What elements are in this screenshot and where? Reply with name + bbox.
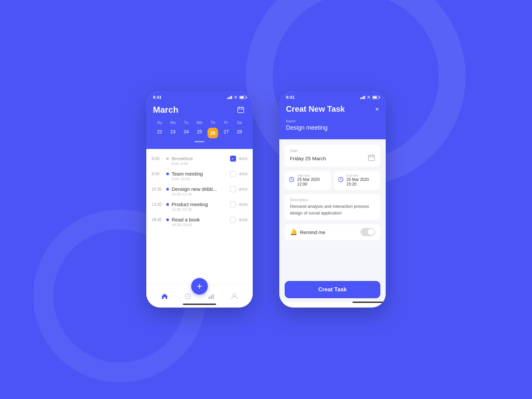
date-25[interactable]: 25: [193, 128, 206, 138]
description-label: Description: [290, 198, 375, 202]
start-time-card[interactable]: Start time 25 Mar 2020 12:00: [285, 171, 331, 190]
day-su: Su: [153, 120, 166, 125]
checkbox-book[interactable]: [230, 217, 236, 223]
task-actions-book: detal: [230, 217, 247, 223]
signal-icon-2: [360, 96, 365, 99]
date-section: Date Friday 25 March: [285, 145, 380, 167]
task-name-breakfast: Breakfast: [172, 156, 227, 161]
chart-nav-icon[interactable]: [206, 291, 216, 302]
phones-container: 9:41 ⌘ March: [146, 91, 386, 308]
bottom-nav: +: [146, 284, 253, 308]
remind-label: Remind me: [300, 229, 326, 235]
detal-product[interactable]: detal: [239, 202, 247, 207]
task-content-book: Read a book 18:30–20:00: [172, 217, 227, 227]
end-clock-icon: [338, 177, 344, 184]
day-mo: Mo: [166, 120, 180, 125]
task-time-team: 9:00: [152, 172, 164, 176]
task-content-design: Densign new dribb... 10:30–11:30: [172, 186, 227, 196]
close-button[interactable]: ×: [375, 105, 379, 113]
task-name-team: Team meeting: [172, 171, 227, 177]
task-name-design: Densign new dribb...: [172, 186, 227, 192]
date-picker-icon[interactable]: [368, 154, 375, 163]
end-time-card[interactable]: End time 25 Mar 2020 15:20: [334, 171, 380, 190]
battery-icon-2: [372, 96, 379, 99]
svg-line-20: [341, 180, 342, 180]
scroll-indicator: [153, 138, 246, 144]
date-24[interactable]: 24: [180, 128, 193, 138]
calendar-header: March Su Mo Tu We Th Fr Sa: [146, 102, 253, 149]
task-item-product: 13:30 Product meeting 13:30–15:30 detal: [146, 199, 253, 214]
create-task-title: Creat New Task: [286, 104, 345, 114]
task-item-breakfast: 8:00 Breakfast 8:00–8:30 detal: [146, 153, 253, 168]
calendar-icon-button[interactable]: [235, 104, 246, 115]
home-bar-2: [352, 302, 386, 303]
task-name-product: Product meeting: [172, 201, 227, 207]
task-actions-product: detal: [230, 201, 247, 207]
task-dot-book: [166, 218, 169, 221]
tasks-list: 8:00 Breakfast 8:00–8:30 detal 9:00 Team…: [146, 149, 253, 284]
task-sub-design: 10:30–11:30: [172, 192, 227, 196]
task-item-book: 18:30 Read a book 18:30–20:00 detal: [146, 214, 253, 229]
date-22[interactable]: 22: [153, 128, 166, 138]
home-nav-icon[interactable]: [159, 291, 170, 302]
wifi-icon-1: ⌘: [234, 95, 237, 99]
home-bar-1: [183, 304, 216, 305]
day-sa: Sa: [233, 120, 246, 125]
date-value[interactable]: Friday 25 March: [290, 156, 326, 161]
task-sub-breakfast: 8:00–8:30: [172, 162, 227, 166]
start-time-label: Start time: [297, 174, 327, 177]
status-time-1: 9:41: [153, 95, 162, 100]
phone-task: 9:41 ⌘ Creat New Task × Name Design meet…: [279, 91, 386, 308]
task-name-book: Read a book: [172, 217, 227, 222]
create-task-button[interactable]: Creat Task: [285, 281, 380, 298]
name-field-value[interactable]: Design meeting: [286, 124, 379, 131]
date-28[interactable]: 28: [233, 128, 246, 138]
detal-team[interactable]: detal: [239, 172, 247, 176]
day-th: Th: [206, 120, 219, 125]
task-form-header: Creat New Task × Name Design meeting: [279, 102, 386, 139]
checkbox-breakfast[interactable]: [230, 156, 236, 162]
date-23[interactable]: 23: [166, 128, 180, 138]
svg-rect-9: [212, 294, 214, 299]
task-form-body: Date Friday 25 March: [279, 139, 386, 278]
bell-icon: 🔔: [290, 228, 297, 236]
date-26-active[interactable]: 26: [207, 128, 218, 138]
task-time-product: 13:30: [152, 202, 164, 207]
detal-design[interactable]: detal: [239, 187, 247, 192]
checkbox-product[interactable]: [230, 201, 236, 207]
add-task-button[interactable]: +: [191, 278, 208, 295]
signal-icon-1: [227, 96, 232, 99]
task-content-product: Product meeting 13:30–15:30: [172, 201, 227, 211]
detal-breakfast[interactable]: detal: [239, 156, 247, 161]
status-bar-1: 9:41 ⌘: [146, 91, 253, 102]
toggle-knob: [368, 229, 374, 235]
end-time-label: End time: [346, 174, 376, 177]
status-time-2: 9:41: [286, 95, 295, 100]
task-dot-design: [166, 188, 169, 191]
task-content-team: Team meeting 9:00–10:00: [172, 171, 227, 181]
create-button-area: Creat Task: [279, 278, 386, 302]
description-value[interactable]: Demand analysis and interaction process …: [290, 203, 375, 216]
date-label: Date: [290, 149, 375, 153]
calendar-svg-icon: [237, 106, 244, 113]
task-actions-team: detal: [230, 171, 247, 177]
date-27[interactable]: 27: [219, 128, 233, 138]
task-dot-team: [166, 173, 169, 175]
task-sub-team: 9:00–10:00: [172, 177, 227, 181]
checkbox-team[interactable]: [230, 171, 236, 177]
phone-calendar: 9:41 ⌘ March: [146, 91, 253, 308]
task-time-book: 18:30: [152, 217, 164, 222]
remind-toggle[interactable]: [360, 228, 375, 236]
task-item-design: 10:30 Densign new dribb... 10:30–11:30 d…: [146, 184, 253, 199]
wifi-icon-2: ⌘: [367, 95, 370, 99]
start-time-value: 25 Mar 2020 12:00: [297, 177, 327, 187]
clock-nav-icon[interactable]: [183, 291, 193, 302]
profile-nav-icon[interactable]: [229, 291, 240, 302]
checkbox-design[interactable]: [230, 186, 236, 192]
days-row: Su Mo Tu We Th Fr Sa: [153, 120, 246, 125]
end-time-value: 25 Mar 2020 15:20: [346, 177, 376, 187]
name-field-label: Name: [286, 119, 379, 123]
battery-icon-1: [239, 96, 246, 99]
svg-line-6: [188, 296, 189, 297]
detal-book[interactable]: detal: [239, 217, 247, 222]
